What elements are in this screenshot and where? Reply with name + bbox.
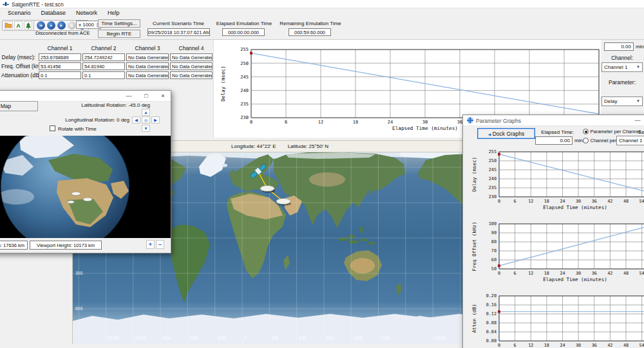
svg-text:0.20: 0.20 (486, 293, 497, 298)
svg-text:Atten (dB): Atten (dB) (471, 304, 477, 333)
channel-select-value: Channel 1 (604, 64, 627, 70)
map-latitude-readout: Latitude: 25°50' N (288, 143, 328, 149)
begin-rte-button[interactable]: Begin RTE (98, 30, 140, 38)
pause-button[interactable]: ▮▮ (68, 21, 76, 30)
rotate-center-button[interactable]: ◎ (142, 116, 150, 124)
svg-text:Freq Offset (kHz): Freq Offset (kHz) (471, 222, 477, 271)
pg-atten-chart: 0612182430364248540.000.040.080.120.160.… (464, 293, 644, 348)
channel-2-value-field[interactable]: 0.1 (82, 71, 125, 79)
svg-text:255: 255 (489, 149, 497, 154)
rotate-right-button[interactable]: ▶ (151, 116, 160, 124)
channel-3-value-field[interactable]: No Data Generated (126, 62, 169, 70)
parameter-graphs-title: Parameter Graphs (476, 118, 521, 124)
svg-text:0: 0 (244, 336, 247, 340)
svg-text:245: 245 (240, 75, 249, 80)
menu-help[interactable]: Help (102, 10, 125, 16)
radio-parameter-per-channel[interactable]: Parameter per Channel (583, 128, 640, 134)
channel-4-value-field[interactable]: No Data Generated (170, 62, 213, 70)
chevron-down-icon: ▼ (636, 99, 640, 103)
latitudinal-rotation-readout: Latitudinal Rotation: -45.0 deg (21, 102, 150, 108)
elapsed-emulation-time-label: Elapsed Emulation Time (214, 21, 274, 26)
channel-data-table: Channel 1Channel 2Channel 3Channel 4Dela… (1, 44, 213, 80)
row-label: Freq. Offset (kHz): (1, 62, 37, 71)
minimize-icon[interactable]: — (123, 92, 135, 100)
parameter-select[interactable]: Delay ▼ (601, 96, 643, 106)
svg-text:50: 50 (491, 266, 497, 271)
longitudinal-rotation-readout: Longitudinal Rotation: 0 deg (1, 117, 129, 123)
elapsed-emulation-time-value[interactable]: 000:00:00.000 (222, 28, 265, 36)
column-header-channel-4: Channel 4 (170, 44, 213, 53)
zoom-out-button[interactable]: − (156, 240, 164, 249)
svg-text:6: 6 (514, 343, 516, 348)
globe-viewport[interactable] (0, 136, 171, 238)
svg-text:120E: 120E (353, 336, 363, 340)
svg-text:12: 12 (528, 343, 533, 348)
zoom-in-button[interactable]: + (146, 240, 155, 249)
channel-4-value-field[interactable]: No Data Generated (170, 53, 213, 61)
svg-text:36: 36 (592, 199, 597, 204)
channel-1-value-field[interactable]: 0.1 (39, 71, 81, 79)
rotate-left-button[interactable]: ◀ (132, 116, 140, 124)
globe-window-titlebar[interactable]: — □ × (0, 91, 171, 102)
svg-text:0.00: 0.00 (486, 338, 497, 343)
minimize-icon[interactable]: — (632, 116, 643, 125)
maximize-icon[interactable]: □ (140, 92, 152, 100)
remaining-emulation-time-label: Remaining Emulation Time (278, 21, 343, 26)
menu-scenario[interactable]: Scenario (3, 10, 36, 16)
ground-station-icon[interactable] (24, 21, 32, 30)
svg-text:48: 48 (623, 343, 629, 348)
dock-arrow-icon: ◀ (488, 133, 491, 136)
chart-time-unit: min (636, 44, 644, 50)
pg-channel-select[interactable]: Channel 1 (616, 136, 644, 145)
analysis-icon[interactable]: A (14, 21, 23, 30)
svg-text:6: 6 (514, 271, 516, 276)
channel-2-value-field[interactable]: 254.7249242 (82, 53, 125, 61)
close-icon[interactable]: × (157, 92, 169, 100)
play-button[interactable]: ▶ (57, 21, 66, 30)
pg-elapsed-time-unit: min (574, 138, 583, 143)
menu-database[interactable]: Database (36, 10, 71, 16)
chevron-down-icon: ▼ (636, 65, 640, 69)
svg-text:0.16: 0.16 (486, 302, 497, 307)
dock-graphs-button[interactable]: ◀ Dock Graphs (477, 128, 535, 139)
open-scenario-icon[interactable] (5, 21, 13, 30)
svg-text:230: 230 (489, 194, 497, 199)
skip-to-start-button[interactable]: |◀ (37, 21, 45, 30)
svg-text:90: 90 (491, 230, 497, 235)
svg-text:Elapsed Time (minutes): Elapsed Time (minutes) (543, 205, 607, 210)
channel-1-value-field[interactable]: 53.41458 (39, 62, 81, 70)
rotate-up-button[interactable]: ▲ (142, 109, 150, 116)
rotate-down-button[interactable]: ▼ (142, 125, 150, 132)
svg-text:30: 30 (576, 199, 581, 204)
channel-4-value-field[interactable]: No Data Generated (170, 71, 213, 79)
current-scenario-time-value[interactable]: 09/25/2018 10:37:07.621 AM (147, 28, 210, 36)
parameter-graphs-titlebar[interactable]: Parameter Graphs — (463, 115, 644, 126)
channel-3-value-field[interactable]: No Data Generated (126, 53, 169, 61)
channel-1-value-field[interactable]: 253.6768689 (39, 53, 81, 61)
svg-text:30S: 30S (75, 271, 83, 275)
pg-elapsed-time-field[interactable]: 0.00 (535, 136, 573, 145)
window-title: SatgenRTE - test.scn (12, 1, 64, 8)
svg-text:235: 235 (240, 102, 249, 107)
chart-time-field[interactable]: 0.00 (604, 42, 634, 51)
rotate-with-time-checkbox[interactable] (50, 125, 55, 131)
pg-freq-offset-chart: 0612182430364248545060708090100Elapsed T… (464, 221, 644, 294)
svg-text:150W: 150W (435, 336, 446, 340)
remaining-emulation-time-value[interactable]: 000:59:60.000 (289, 28, 331, 36)
channel-2-value-field[interactable]: 54.81940 (82, 62, 125, 70)
channel-3-value-field[interactable]: No Data Generated (126, 71, 169, 79)
svg-text:90W: 90W (162, 336, 171, 340)
svg-text:70: 70 (491, 248, 497, 253)
svg-text:54: 54 (639, 271, 644, 276)
svg-text:255: 255 (240, 47, 249, 52)
channel-select[interactable]: Channel 1 ▼ (601, 62, 643, 72)
svg-text:235: 235 (489, 185, 497, 190)
stop-button[interactable]: ■ (47, 21, 55, 30)
svg-text:42: 42 (607, 199, 612, 204)
time-settings-button[interactable]: Time Settings... (98, 19, 140, 28)
app-titlebar[interactable]: SatgenRTE - test.scn (0, 0, 644, 8)
menu-network[interactable]: Network (71, 10, 102, 16)
svg-text:48: 48 (623, 271, 629, 276)
svg-text:6: 6 (285, 120, 287, 125)
svg-text:0: 0 (498, 343, 500, 348)
